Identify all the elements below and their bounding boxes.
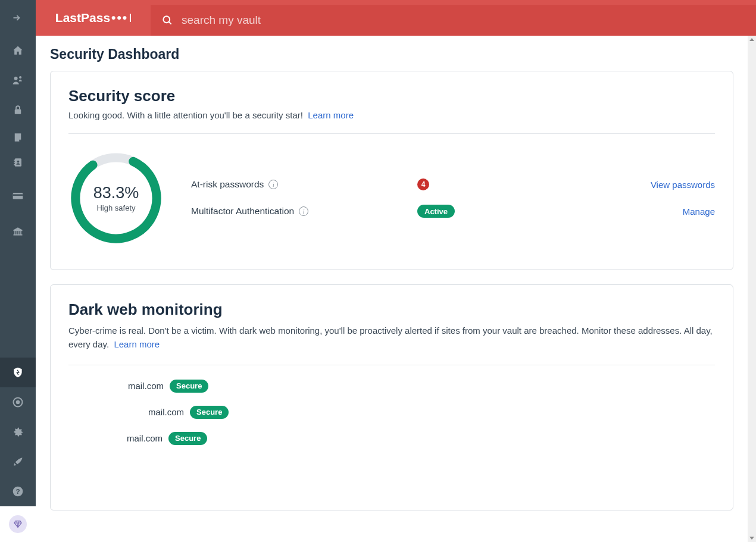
search-icon xyxy=(161,14,173,26)
monitored-email-row: mail.com Secure xyxy=(68,380,715,393)
svg-rect-4 xyxy=(14,160,15,161)
monitored-email: mail.com xyxy=(68,381,164,391)
svg-rect-10 xyxy=(14,231,15,234)
sidebar-item-cards[interactable] xyxy=(0,181,36,211)
svg-rect-9 xyxy=(13,195,23,196)
sidebar-item-rocket[interactable] xyxy=(0,447,36,477)
monitored-emails-list: mail.com Secure mail.com Secure mail.com… xyxy=(68,377,715,445)
sidebar-item-login[interactable] xyxy=(0,0,36,36)
at-risk-count-badge: 4 xyxy=(417,178,429,190)
view-passwords-link[interactable]: View passwords xyxy=(651,180,715,190)
sidebar-item-addresses[interactable] xyxy=(0,150,36,175)
svg-rect-8 xyxy=(13,193,23,199)
svg-point-7 xyxy=(17,161,20,163)
login-icon xyxy=(12,12,24,24)
monitored-email-row: mail.com Secure xyxy=(68,406,715,419)
email-status-badge: Secure xyxy=(170,380,208,393)
monitored-email-row: mail.com Secure xyxy=(68,432,715,445)
svg-rect-6 xyxy=(14,164,15,165)
dark-web-card: Dark web monitoring Cyber-crime is real.… xyxy=(50,284,733,510)
dark-web-learn-more-link[interactable]: Learn more xyxy=(114,339,160,349)
home-icon xyxy=(12,45,24,57)
svg-rect-2 xyxy=(15,109,21,114)
sidebar-item-notes[interactable] xyxy=(0,125,36,150)
main-content: Security Dashboard Security score Lookin… xyxy=(36,36,748,542)
svg-point-19 xyxy=(163,16,170,23)
svg-point-16 xyxy=(16,400,20,405)
score-gauge: 83.3% High safety xyxy=(68,151,164,246)
sidebar-item-help[interactable]: ? xyxy=(0,477,36,506)
note-icon xyxy=(13,132,23,143)
emergency-icon xyxy=(12,396,24,408)
metric-mfa: Multifactor Authentication i Active Mana… xyxy=(191,205,715,218)
metric-at-risk: At-risk passwords i 4 View passwords xyxy=(191,178,715,190)
security-shield-icon xyxy=(12,366,24,378)
monitored-email: mail.com xyxy=(68,407,184,417)
svg-rect-11 xyxy=(17,231,18,234)
info-icon[interactable]: i xyxy=(268,180,278,189)
brand-text: LastPass xyxy=(55,11,110,25)
at-risk-label: At-risk passwords xyxy=(191,179,264,190)
brand-dots: ••• xyxy=(111,11,128,25)
sidebar: ? xyxy=(0,0,36,542)
score-percent: 83.3% xyxy=(93,184,139,202)
settings-icon xyxy=(11,425,24,438)
mfa-status-badge: Active xyxy=(417,205,455,218)
svg-rect-13 xyxy=(20,231,21,234)
mfa-label: Multifactor Authentication xyxy=(191,206,294,217)
email-status-badge: Secure xyxy=(168,432,207,445)
sidebar-item-bank[interactable] xyxy=(0,217,36,246)
manage-mfa-link[interactable]: Manage xyxy=(683,206,715,217)
svg-rect-5 xyxy=(14,162,15,163)
scrollbar[interactable] xyxy=(748,36,756,542)
dark-web-heading: Dark web monitoring xyxy=(68,300,715,319)
svg-text:?: ? xyxy=(15,487,20,495)
lock-icon xyxy=(13,105,23,115)
bank-icon xyxy=(12,225,24,237)
header: LastPass••• xyxy=(36,0,756,36)
svg-rect-12 xyxy=(18,231,20,234)
divider xyxy=(68,133,715,134)
sidebar-item-emergency[interactable] xyxy=(0,387,36,417)
info-icon[interactable]: i xyxy=(299,206,308,216)
sidebar-item-share[interactable] xyxy=(0,65,36,95)
address-book-icon xyxy=(13,157,23,168)
search-bar[interactable] xyxy=(151,5,756,36)
share-icon xyxy=(12,74,24,86)
page-title: Security Dashboard xyxy=(36,36,748,71)
diamond-icon xyxy=(13,519,23,529)
dark-web-subtitle-text: Cyber-crime is real. Don't be a victim. … xyxy=(68,325,713,349)
sidebar-item-settings[interactable] xyxy=(0,417,36,447)
search-input[interactable] xyxy=(182,14,745,27)
svg-rect-14 xyxy=(14,234,23,236)
security-score-subtitle-text: Looking good. With a little attention yo… xyxy=(68,110,303,120)
monitored-email: mail.com xyxy=(68,433,163,443)
brand-cursor xyxy=(130,14,131,22)
security-score-card: Security score Looking good. With a litt… xyxy=(50,71,733,270)
sidebar-item-home[interactable] xyxy=(0,36,36,65)
dark-web-subtitle: Cyber-crime is real. Don't be a victim. … xyxy=(68,324,715,352)
svg-point-0 xyxy=(14,77,18,80)
credit-card-icon xyxy=(12,190,24,202)
email-status-badge: Secure xyxy=(190,406,229,419)
security-score-learn-more-link[interactable]: Learn more xyxy=(308,110,354,120)
help-icon: ? xyxy=(12,485,24,497)
score-rating: High safety xyxy=(96,203,135,212)
brand-logo[interactable]: LastPass••• xyxy=(36,11,151,25)
security-score-subtitle: Looking good. With a little attention yo… xyxy=(68,110,715,120)
rocket-icon xyxy=(12,456,24,468)
svg-point-1 xyxy=(19,76,21,79)
security-score-heading: Security score xyxy=(68,87,715,105)
sidebar-item-passwords[interactable] xyxy=(0,95,36,125)
sidebar-item-security-dashboard[interactable] xyxy=(0,358,36,387)
sidebar-item-premium[interactable] xyxy=(0,506,36,542)
divider xyxy=(68,365,715,365)
